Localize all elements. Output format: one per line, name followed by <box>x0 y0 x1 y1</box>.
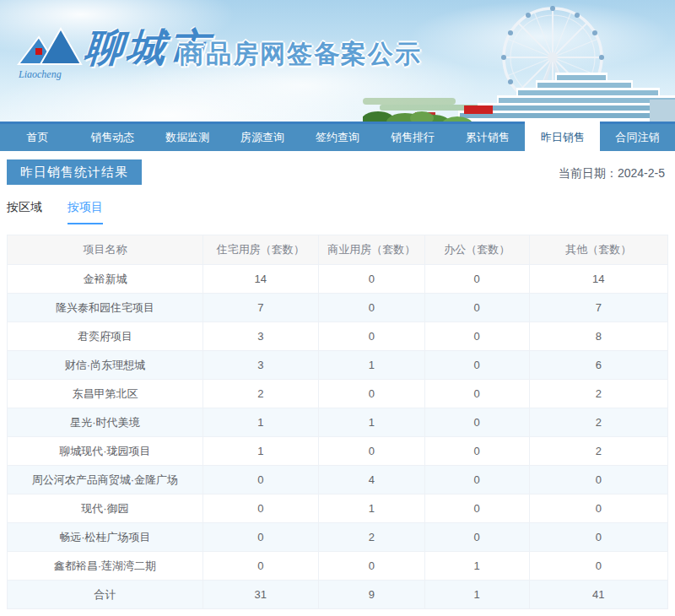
value-cell: 0 <box>318 265 424 294</box>
project-name-cell: 财信·尚东理想城 <box>8 351 203 380</box>
table-row: 鑫都裕昌·莲湖湾二期0010 <box>8 552 668 581</box>
value-cell: 0 <box>424 523 529 552</box>
value-cell: 7 <box>529 294 667 322</box>
value-cell: 0 <box>318 380 424 408</box>
table-wrap: 项目名称住宅用房（套数）商业用房（套数）办公（套数）其他（套数） 金裕新城140… <box>0 224 675 609</box>
value-cell: 0 <box>424 294 529 322</box>
value-cell: 0 <box>424 380 529 408</box>
value-cell: 0 <box>318 294 424 322</box>
value-cell: 0 <box>202 494 318 523</box>
value-cell: 6 <box>529 351 667 380</box>
value-cell: 1 <box>318 351 424 380</box>
page-title: 昨日销售统计结果 <box>7 159 142 185</box>
value-cell: 2 <box>529 437 667 466</box>
project-name-cell: 畅远·松桂广场项目 <box>8 523 203 552</box>
sales-table: 项目名称住宅用房（套数）商业用房（套数）办公（套数）其他（套数） 金裕新城140… <box>7 235 668 609</box>
nav-item-sales-activity[interactable]: 销售动态 <box>75 124 150 151</box>
value-cell: 14 <box>202 265 318 294</box>
table-row: 畅远·松桂广场项目0200 <box>8 523 668 552</box>
value-cell: 3 <box>202 322 318 351</box>
value-cell: 41 <box>529 581 667 609</box>
table-row: 聊城现代·珑园项目1002 <box>8 437 668 466</box>
nav-item-cumulative-sales[interactable]: 累计销售 <box>450 124 525 151</box>
table-row: 隆兴泰和园住宅项目7007 <box>8 294 668 322</box>
table-row: 君奕府项目3008 <box>8 322 668 351</box>
value-cell: 2 <box>318 523 424 552</box>
value-cell: 0 <box>529 466 667 494</box>
column-header: 项目名称 <box>8 235 203 265</box>
value-cell: 2 <box>529 408 667 437</box>
value-cell: 0 <box>424 466 529 494</box>
value-cell: 1 <box>318 494 424 523</box>
table-row: 星光·时代美境1102 <box>8 408 668 437</box>
project-name-cell: 聊城现代·珑园项目 <box>8 437 203 466</box>
header-banner: Liaocheng 聊城市 商品房网签备案公示 <box>0 0 675 124</box>
value-cell: 0 <box>318 322 424 351</box>
value-cell: 0 <box>424 437 529 466</box>
value-cell: 1 <box>202 437 318 466</box>
value-cell: 0 <box>202 466 318 494</box>
nav-item-sales-ranking[interactable]: 销售排行 <box>375 124 450 151</box>
mountain-logo-icon: Liaocheng <box>14 20 86 86</box>
table-header-row: 项目名称住宅用房（套数）商业用房（套数）办公（套数）其他（套数） <box>8 235 668 265</box>
project-name-cell: 隆兴泰和园住宅项目 <box>8 294 203 322</box>
nav-bar: 首页销售动态数据监测房源查询签约查询销售排行累计销售昨日销售合同注销 <box>0 124 675 151</box>
column-header: 其他（套数） <box>529 235 667 265</box>
project-name-cell: 君奕府项目 <box>8 322 203 351</box>
total-row: 合计319141 <box>8 581 668 609</box>
value-cell: 9 <box>318 581 424 609</box>
value-cell: 1 <box>424 581 529 609</box>
nav-item-signing-search[interactable]: 签约查询 <box>300 124 375 151</box>
nav-item-contract-cancellation[interactable]: 合同注销 <box>600 124 675 151</box>
city-logo: Liaocheng <box>14 20 86 86</box>
project-name-cell: 东昌甲第北区 <box>8 380 203 408</box>
nav-item-data-monitor[interactable]: 数据监测 <box>150 124 225 151</box>
project-name-cell: 金裕新城 <box>8 265 203 294</box>
value-cell: 8 <box>529 322 667 351</box>
table-row: 东昌甲第北区2002 <box>8 380 668 408</box>
value-cell: 0 <box>424 265 529 294</box>
table-row: 金裕新城140014 <box>8 265 668 294</box>
svg-text:Liaocheng: Liaocheng <box>18 68 62 80</box>
value-cell: 1 <box>202 408 318 437</box>
view-tab-by-project[interactable]: 按项目 <box>68 200 103 224</box>
value-cell: 1 <box>424 552 529 581</box>
project-name-cell: 合计 <box>8 581 203 609</box>
value-cell: 1 <box>318 408 424 437</box>
value-cell: 0 <box>424 351 529 380</box>
value-cell: 3 <box>202 351 318 380</box>
value-cell: 2 <box>202 380 318 408</box>
value-cell: 0 <box>424 322 529 351</box>
table-row: 现代·御园0100 <box>8 494 668 523</box>
value-cell: 0 <box>202 552 318 581</box>
column-header: 商业用房（套数） <box>318 235 424 265</box>
building-graphic <box>415 73 675 124</box>
nav-item-yesterday-sales[interactable]: 昨日销售 <box>525 122 600 151</box>
column-header: 住宅用房（套数） <box>202 235 318 265</box>
view-tab-by-region[interactable]: 按区域 <box>7 200 42 224</box>
value-cell: 2 <box>529 380 667 408</box>
value-cell: 0 <box>318 437 424 466</box>
project-name-cell: 鑫都裕昌·莲湖湾二期 <box>8 552 203 581</box>
trees-graphic <box>363 111 472 124</box>
value-cell: 7 <box>202 294 318 322</box>
page-head: 昨日销售统计结果 当前日期：2024-2-5 <box>0 151 675 185</box>
ferris-wheel-building-graphic <box>363 0 675 124</box>
shoreline-graphic <box>363 98 456 105</box>
project-name-cell: 现代·御园 <box>8 494 203 523</box>
value-cell: 0 <box>529 552 667 581</box>
value-cell: 0 <box>202 523 318 552</box>
project-name-cell: 周公河农产品商贸城·金隆广场 <box>8 466 203 494</box>
value-cell: 0 <box>318 552 424 581</box>
nav-item-listing-search[interactable]: 房源查询 <box>225 124 300 151</box>
value-cell: 0 <box>424 494 529 523</box>
value-cell: 0 <box>529 494 667 523</box>
value-cell: 0 <box>424 408 529 437</box>
red-sign-graphic <box>464 105 493 114</box>
column-header: 办公（套数） <box>424 235 529 265</box>
table-row: 财信·尚东理想城3106 <box>8 351 668 380</box>
value-cell: 31 <box>202 581 318 609</box>
value-cell: 4 <box>318 466 424 494</box>
nav-item-home[interactable]: 首页 <box>0 124 75 151</box>
view-tabs: 按区域按项目 <box>0 185 675 224</box>
